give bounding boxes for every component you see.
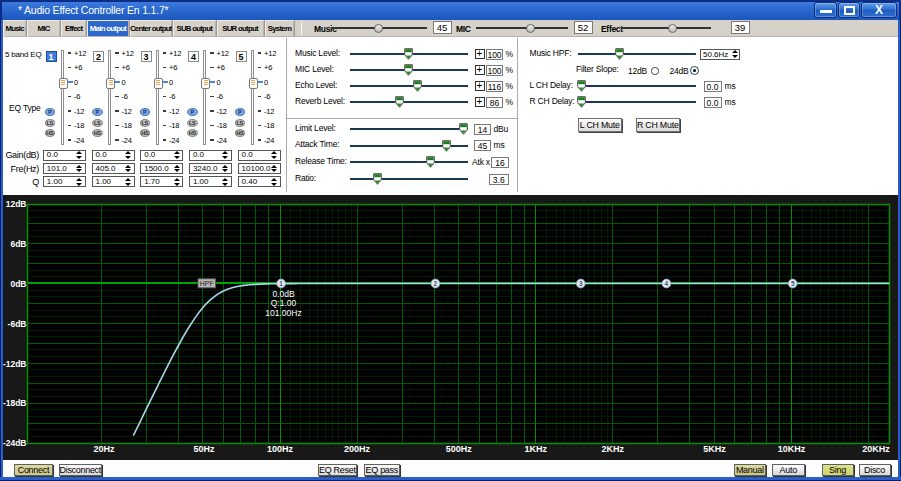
svg-text:-18dB: -18dB (3, 398, 27, 408)
svg-text:100Hz: 100Hz (267, 444, 294, 454)
svg-text:50Hz: 50Hz (193, 444, 215, 454)
svg-text:5KHz: 5KHz (703, 444, 726, 454)
svg-text:-6dB: -6dB (8, 319, 27, 329)
svg-text:HPF: HPF (200, 280, 214, 287)
svg-text:1KHz: 1KHz (525, 444, 548, 454)
svg-text:5: 5 (791, 280, 795, 287)
svg-text:3: 3 (579, 280, 583, 287)
svg-text:101.00Hz: 101.00Hz (265, 308, 301, 318)
svg-text:10KHz: 10KHz (778, 444, 806, 454)
svg-text:500Hz: 500Hz (446, 444, 473, 454)
svg-text:2KHz: 2KHz (602, 444, 625, 454)
svg-text:200Hz: 200Hz (344, 444, 371, 454)
svg-text:6dB: 6dB (10, 239, 26, 249)
svg-text:4: 4 (665, 280, 669, 287)
svg-text:20KHz: 20KHz (862, 444, 890, 454)
svg-text:0dB: 0dB (10, 279, 26, 289)
svg-text:2: 2 (434, 280, 438, 287)
svg-text:20Hz: 20Hz (93, 444, 115, 454)
svg-text:-24dB: -24dB (3, 438, 27, 448)
svg-text:-12dB: -12dB (3, 359, 27, 369)
svg-text:1: 1 (279, 280, 283, 287)
svg-text:12dB: 12dB (6, 199, 27, 209)
